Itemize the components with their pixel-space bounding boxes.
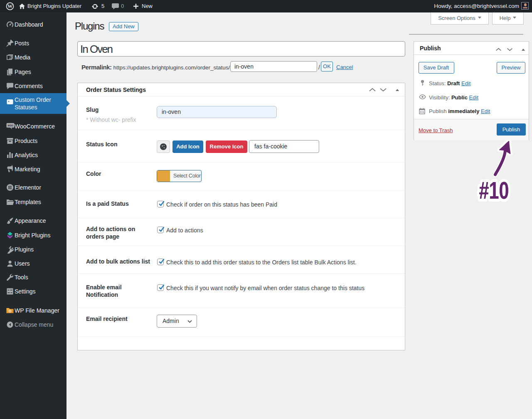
svg-text:#10: #10 xyxy=(479,177,509,204)
svg-text:W: W xyxy=(9,310,11,312)
svg-text:WOO: WOO xyxy=(8,124,13,127)
svg-text:W: W xyxy=(7,3,13,9)
